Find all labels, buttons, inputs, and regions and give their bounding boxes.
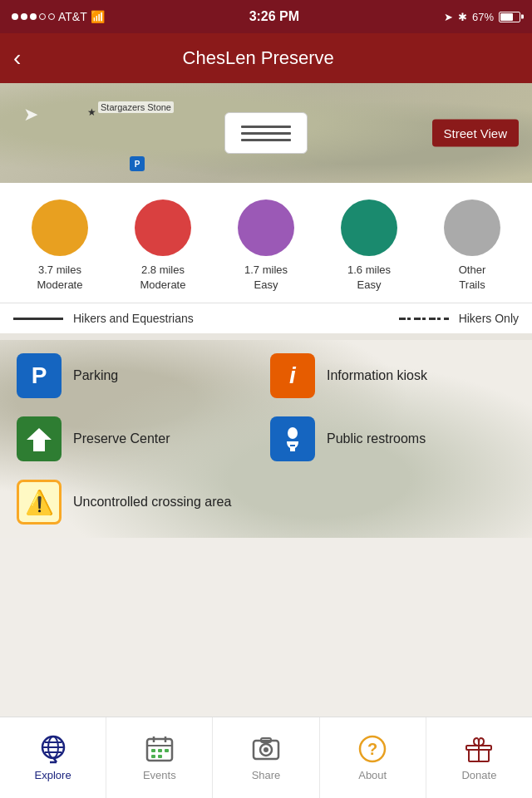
donate-icon <box>464 734 494 764</box>
svg-rect-16 <box>165 749 169 752</box>
map-star-icon: ★ <box>87 106 96 118</box>
header: ‹ ChesLen Preserve <box>0 33 532 83</box>
trail-info-2: 2.8 miles Moderate <box>140 263 186 293</box>
legend-item-restroom[interactable]: Public restrooms <box>270 416 515 461</box>
page-title: ChesLen Preserve <box>29 47 487 69</box>
svg-marker-0 <box>27 428 52 451</box>
trail-item-5[interactable]: Other Trails <box>444 200 500 293</box>
bottom-nav: Explore Events Share ? Abou <box>0 717 532 798</box>
status-bar: AT&T 📶 3:26 PM ➤ ✱ 67% <box>0 0 532 33</box>
trail-item-4[interactable]: 1.6 miles Easy <box>341 200 397 293</box>
parking-icon: P <box>17 353 62 398</box>
wifi-icon: 📶 <box>91 10 105 23</box>
share-icon <box>251 734 281 764</box>
street-view-button[interactable]: Street View <box>432 120 519 147</box>
restroom-icon <box>270 416 315 461</box>
nav-item-donate[interactable]: Donate <box>426 717 532 798</box>
info-icon: i <box>270 353 315 398</box>
svg-rect-17 <box>151 755 155 758</box>
compass-icon: ➤ <box>23 104 38 126</box>
nav-item-about[interactable]: ? About <box>320 717 426 798</box>
info-section: P Parking i Information kiosk Preserve C… <box>0 340 532 538</box>
clock: 3:26 PM <box>249 9 299 24</box>
line-legend-section: Hikers and Equestrians Hikers Only <box>0 303 532 340</box>
preserve-icon <box>17 416 62 461</box>
trail-diff-3: Easy <box>254 278 278 291</box>
solid-line-label: Hikers and Equestrians <box>73 312 194 325</box>
nav-label-about: About <box>358 769 387 781</box>
trail-info-5: Other Trails <box>459 263 486 293</box>
explore-icon <box>38 734 68 764</box>
legend-item-parking[interactable]: P Parking <box>17 353 262 398</box>
trail-miles-3: 1.7 miles <box>244 264 288 276</box>
map-location-label: Stargazers Stone <box>98 101 174 113</box>
legend-item-info[interactable]: i Information kiosk <box>270 353 515 398</box>
restroom-label: Public restrooms <box>327 431 426 446</box>
trail-diff-2: Moderate <box>140 278 186 291</box>
svg-rect-18 <box>158 755 162 758</box>
warning-label: Uncontrolled crossing area <box>73 495 231 510</box>
legend-item-preserve[interactable]: Preserve Center <box>17 416 262 461</box>
trail-circles-section: 3.7 miles Moderate 2.8 miles Moderate 1.… <box>0 183 532 303</box>
warning-icon: ⚠️ <box>17 480 62 525</box>
nav-label-donate: Donate <box>461 769 496 781</box>
menu-button[interactable] <box>224 112 308 154</box>
map-area[interactable]: ➤ ★ Stargazers Stone P Street View <box>0 83 532 183</box>
events-icon <box>145 734 175 764</box>
hamburger-line-3 <box>241 139 291 141</box>
nav-label-events: Events <box>143 769 176 781</box>
trail-miles-2: 2.8 miles <box>141 264 185 276</box>
trail-info-4: 1.6 miles Easy <box>347 263 391 293</box>
svg-rect-2 <box>290 445 295 446</box>
trail-item-3[interactable]: 1.7 miles Easy <box>238 200 294 293</box>
svg-rect-15 <box>158 749 162 752</box>
solid-line-icon <box>13 318 63 320</box>
svg-point-1 <box>288 427 298 439</box>
nav-label-explore: Explore <box>35 769 71 781</box>
svg-text:?: ? <box>367 740 377 758</box>
location-icon: ➤ <box>444 11 453 23</box>
signal-dots <box>12 13 55 20</box>
trail-item-2[interactable]: 2.8 miles Moderate <box>135 200 191 293</box>
dashed-line-label: Hikers Only <box>459 312 519 325</box>
nav-item-share[interactable]: Share <box>213 717 319 798</box>
battery-label: 67% <box>472 11 494 23</box>
trail-circle-2 <box>135 200 191 256</box>
nav-item-events[interactable]: Events <box>106 717 213 798</box>
dashed-line-icon <box>399 318 449 320</box>
trail-circle-4 <box>341 200 397 256</box>
battery-icon <box>499 12 520 22</box>
trail-miles-5: Other <box>459 264 486 276</box>
hamburger-line-2 <box>241 132 291 135</box>
back-button[interactable]: ‹ <box>13 47 21 70</box>
trail-circle-5 <box>444 200 500 256</box>
trail-diff-5: Trails <box>459 278 485 291</box>
trail-miles-4: 1.6 miles <box>347 264 391 276</box>
trail-info-1: 3.7 miles Moderate <box>37 263 83 293</box>
nav-item-explore[interactable]: Explore <box>0 717 106 798</box>
carrier-label: AT&T <box>58 10 87 23</box>
hamburger-line-1 <box>241 126 291 128</box>
parking-label: Parking <box>73 368 118 383</box>
svg-rect-14 <box>151 749 155 752</box>
nav-label-share: Share <box>252 769 281 781</box>
legend-item-warning[interactable]: ⚠️ Uncontrolled crossing area <box>17 480 515 525</box>
trail-diff-4: Easy <box>357 278 382 291</box>
info-label: Information kiosk <box>327 368 427 383</box>
trail-info-3: 1.7 miles Easy <box>244 263 288 293</box>
status-left: AT&T 📶 <box>12 10 105 23</box>
status-right: ➤ ✱ 67% <box>444 11 520 23</box>
map-parking-badge: P <box>130 156 145 171</box>
trail-miles-1: 3.7 miles <box>38 264 81 276</box>
trail-circle-3 <box>238 200 294 256</box>
trail-diff-1: Moderate <box>37 278 83 291</box>
bluetooth-icon: ✱ <box>458 11 467 23</box>
about-icon: ? <box>357 734 387 764</box>
trail-circle-1 <box>32 200 88 256</box>
svg-point-21 <box>264 747 268 752</box>
trail-item-1[interactable]: 3.7 miles Moderate <box>32 200 88 293</box>
preserve-label: Preserve Center <box>73 431 170 446</box>
